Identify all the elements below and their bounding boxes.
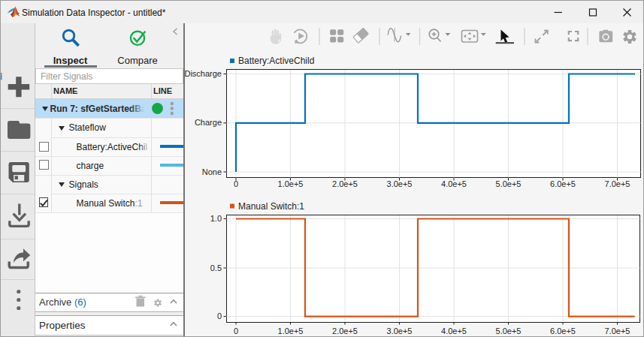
svg-text:1.0: 1.0 [210, 214, 222, 223]
svg-text:6.0e+5: 6.0e+5 [550, 179, 576, 188]
svg-text:0: 0 [234, 179, 238, 188]
svg-text:4.0e+5: 4.0e+5 [441, 326, 467, 335]
svg-text:2.0e+5: 2.0e+5 [332, 179, 358, 188]
svg-text:7.0e+5: 7.0e+5 [605, 326, 630, 335]
svg-text:3.0e+5: 3.0e+5 [387, 326, 413, 335]
svg-text:Battery:ActiveChild: Battery:ActiveChild [238, 56, 314, 66]
svg-text:7.0e+5: 7.0e+5 [605, 179, 630, 188]
svg-text:2.0e+5: 2.0e+5 [332, 326, 358, 335]
svg-text:1.0e+5: 1.0e+5 [278, 179, 304, 188]
svg-text:0: 0 [217, 311, 222, 320]
svg-text:5.0e+5: 5.0e+5 [496, 326, 522, 335]
svg-text:4.0e+5: 4.0e+5 [441, 179, 467, 188]
svg-text:3.0e+5: 3.0e+5 [387, 179, 413, 188]
svg-text:5.0e+5: 5.0e+5 [496, 179, 522, 188]
svg-text:Manual Switch:1: Manual Switch:1 [238, 201, 304, 212]
svg-text:6.0e+5: 6.0e+5 [550, 326, 576, 335]
svg-text:0: 0 [234, 326, 238, 335]
svg-text:1.0e+5: 1.0e+5 [278, 326, 304, 335]
svg-text:Charge: Charge [195, 118, 222, 127]
svg-text:None: None [202, 167, 222, 176]
svg-text:0.5: 0.5 [210, 263, 222, 272]
svg-text:Discharge: Discharge [184, 69, 222, 78]
